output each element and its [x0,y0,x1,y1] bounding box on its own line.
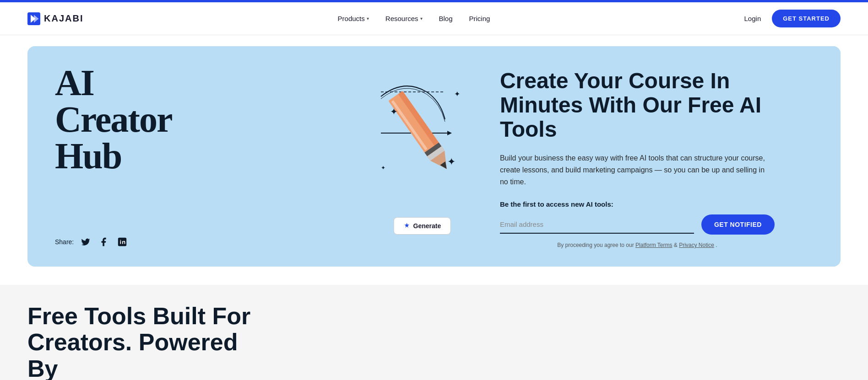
section-heading: Free Tools Built For Creators. Powered B… [27,303,256,380]
nav-products[interactable]: Products ▾ [338,15,369,22]
hero-title: AI Creator Hub [55,64,340,174]
logo-link[interactable]: KAJABI [27,12,83,25]
twitter-icon[interactable] [79,235,92,248]
products-chevron-icon: ▾ [367,16,369,21]
email-row: GET NOTIFIED [500,214,775,235]
resources-chevron-icon: ▾ [420,16,423,21]
navbar-left: KAJABI [27,12,83,25]
nav-pricing[interactable]: Pricing [469,15,490,22]
hero-left: AI Creator Hub Share: [27,46,363,267]
share-label: Share: [55,238,74,246]
svg-text:✦: ✦ [381,165,385,171]
hero-wrapper: AI Creator Hub Share: [0,35,868,285]
pencil-svg: ✦ ✦ ✦ ✦ [367,60,477,206]
platform-terms-link[interactable]: Platform Terms [635,242,672,248]
login-link[interactable]: Login [744,15,761,22]
hero-heading: Create Your Course In Minutes With Our F… [500,69,813,141]
get-started-button[interactable]: GET STARTED [772,10,841,27]
kajabi-logo-icon [27,12,40,25]
logo-text: KAJABI [44,13,83,24]
get-notified-button[interactable]: GET NOTIFIED [701,214,775,235]
hero-cta-label: Be the first to access new AI tools: [500,200,813,208]
svg-text:✦: ✦ [454,90,460,98]
email-input[interactable] [500,216,694,234]
share-row: Share: [55,235,340,248]
terms-text: By proceeding you agree to our Platform … [500,242,775,248]
hero-right: Create Your Course In Minutes With Our F… [482,46,841,267]
svg-text:✦: ✦ [390,107,398,117]
svg-marker-5 [447,131,452,135]
hero-section: AI Creator Hub Share: [27,46,841,267]
pencil-illustration: ✦ ✦ ✦ ✦ Generate [363,46,482,267]
hero-left-bottom: Share: [55,228,340,248]
hero-description: Build your business the easy way with fr… [500,152,765,187]
below-hero-section: Free Tools Built For Creators. Powered B… [0,285,868,380]
linkedin-icon[interactable] [116,235,129,248]
hero-title-block: AI Creator Hub [55,64,340,174]
nav-resources[interactable]: Resources ▾ [385,15,423,22]
navbar-right: Login GET STARTED [744,10,841,27]
navbar: KAJABI Products ▾ Resources ▾ Blog Prici… [0,2,868,35]
generate-icon [403,222,411,230]
generate-button[interactable]: Generate [394,217,451,235]
nav-blog[interactable]: Blog [439,15,453,22]
navbar-center: Products ▾ Resources ▾ Blog Pricing [338,15,490,22]
facebook-icon[interactable] [98,235,110,248]
svg-text:✦: ✦ [447,156,456,167]
privacy-notice-link[interactable]: Privacy Notice [679,242,714,248]
